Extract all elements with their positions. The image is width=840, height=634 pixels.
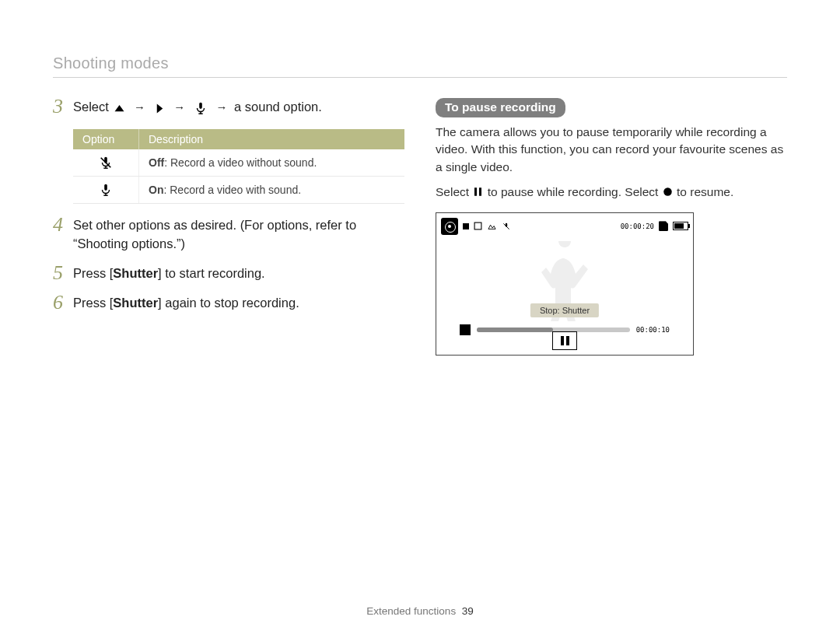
- left-column: 3 Select → → → a sound option.: [53, 98, 404, 356]
- mic-off-icon: [99, 157, 113, 170]
- th-description: Description: [139, 129, 405, 149]
- options-table: Option Description Off: Record a video w…: [73, 129, 404, 204]
- scene-icon: [487, 221, 497, 231]
- table-row: Off: Record a video without sound.: [73, 149, 404, 177]
- mic-mute-icon: [502, 222, 511, 231]
- opt-off-text: : Record a video without sound.: [164, 156, 317, 169]
- arrow-icon: →: [134, 99, 145, 116]
- subheading-pill: To pause recording: [436, 98, 565, 117]
- s6-pre: Press [: [73, 296, 113, 310]
- stop-shutter-label: Stop: Shutter: [530, 303, 599, 317]
- opt-on-bold: On: [149, 184, 163, 196]
- th-option: Option: [73, 129, 139, 149]
- record-dot-icon: [662, 185, 677, 198]
- battery-icon: [673, 222, 688, 230]
- right-column: To pause recording The camera allows you…: [436, 98, 787, 356]
- s6-post: ] again to stop recording.: [158, 296, 299, 310]
- pause-icon: [472, 185, 487, 198]
- elapsed-time: 00:00:20: [621, 222, 654, 230]
- s5-post: ] to start recording.: [158, 266, 265, 280]
- p2-mid: to pause while recording. Select: [488, 185, 662, 198]
- svg-rect-14: [474, 222, 481, 229]
- step-3-text: Select → → → a sound option.: [73, 98, 322, 118]
- step-5-text: Press [Shutter] to start recording.: [73, 264, 265, 283]
- sd-card-icon: [659, 221, 668, 231]
- p2-pre: Select: [436, 185, 472, 198]
- step-4-text: Set other options as desired. (For optio…: [73, 216, 404, 254]
- section-title: Shooting modes: [53, 54, 787, 78]
- stop-button-icon: [460, 324, 471, 335]
- p2-post: to resume.: [677, 185, 733, 198]
- step-6-text: Press [Shutter] again to stop recording.: [73, 294, 299, 313]
- svg-rect-1: [199, 103, 202, 109]
- s5-pre: Press [: [73, 266, 113, 280]
- svg-rect-11: [474, 188, 477, 197]
- page-footer: Extended functions 39: [0, 605, 840, 617]
- step3-lead: Select: [73, 100, 109, 114]
- arrow-icon: →: [173, 99, 185, 116]
- svg-marker-0: [115, 105, 124, 111]
- step-number: 4: [53, 215, 73, 235]
- svg-rect-12: [479, 188, 481, 197]
- table-cell: Off: Record a video without sound.: [139, 149, 405, 177]
- step-number: 6: [53, 292, 73, 313]
- s5-bold: Shutter: [113, 266, 158, 280]
- mic-on-icon: [99, 184, 113, 197]
- svg-point-13: [663, 188, 672, 197]
- arrow-icon: →: [215, 99, 227, 116]
- opt-on-text: : Record a video with sound.: [163, 184, 301, 196]
- chevron-right-icon: [154, 100, 166, 118]
- step-number: 3: [53, 96, 73, 117]
- step3-tail: a sound option.: [234, 100, 322, 114]
- mode-face-icon: [441, 218, 458, 235]
- page-number: 39: [462, 605, 474, 617]
- paragraph: The camera allows you to pause temporari…: [436, 124, 787, 176]
- paragraph: Select to pause while recording. Select …: [436, 184, 787, 201]
- table-row: On: Record a video with sound.: [73, 176, 404, 203]
- footer-label: Extended functions: [366, 605, 456, 617]
- opt-off-bold: Off: [149, 156, 164, 169]
- s6-bold: Shutter: [113, 296, 158, 310]
- pause-button: [552, 331, 577, 350]
- svg-rect-8: [104, 184, 107, 191]
- progress-time: 00:00:10: [636, 326, 670, 334]
- stop-indicator-icon: [463, 223, 469, 229]
- camera-screen-illustration: 00:00:20 Stop: Shutter 00:00:10: [436, 212, 694, 356]
- step-number: 5: [53, 263, 73, 283]
- focus-bracket-icon: [474, 222, 482, 230]
- mic-icon: [194, 100, 208, 118]
- up-triangle-icon: [114, 100, 125, 118]
- table-cell: On: Record a video with sound.: [139, 176, 405, 203]
